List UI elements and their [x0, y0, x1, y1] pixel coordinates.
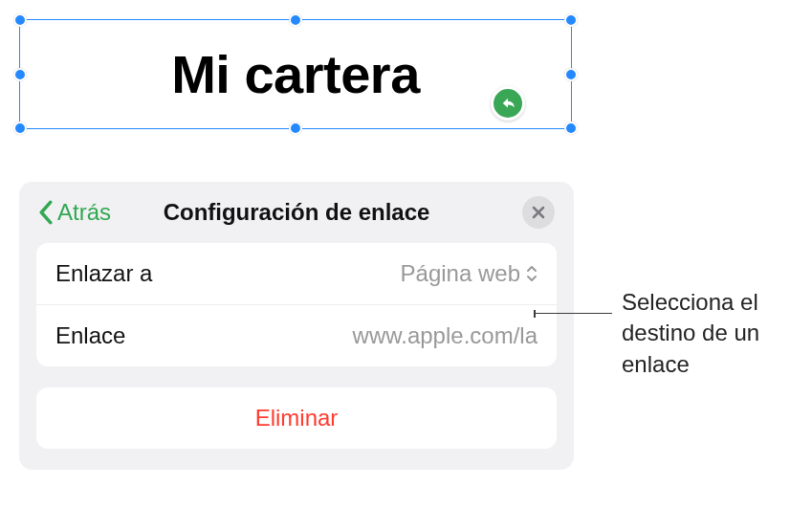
text-content: Mi cartera	[171, 43, 420, 105]
resize-handle-bottom-right[interactable]	[564, 122, 578, 135]
close-button[interactable]	[522, 196, 555, 229]
callout-annotation: Selecciona el destino de un enlace	[622, 287, 803, 380]
link-to-row[interactable]: Enlazar a Página web	[36, 243, 557, 305]
popover-header: Atrás Configuración de enlace	[36, 199, 557, 226]
selected-text-box[interactable]: Mi cartera	[19, 19, 572, 129]
resize-handle-bottom-left[interactable]	[13, 122, 27, 135]
delete-button-label: Eliminar	[255, 405, 339, 431]
link-to-value: Página web	[401, 260, 520, 287]
resize-handle-top-middle[interactable]	[289, 13, 302, 27]
resize-handle-middle-right[interactable]	[564, 68, 578, 81]
link-url-value[interactable]: www.apple.com/la	[353, 322, 538, 349]
link-indicator-icon[interactable]	[491, 86, 525, 121]
callout-text: Selecciona el destino de un enlace	[622, 287, 803, 380]
resize-handle-bottom-middle[interactable]	[289, 122, 302, 135]
callout-leader-line	[536, 313, 612, 314]
link-url-row[interactable]: Enlace www.apple.com/la	[36, 305, 557, 366]
resize-handle-top-right[interactable]	[564, 13, 578, 27]
popover-title: Configuración de enlace	[36, 199, 557, 226]
link-to-select[interactable]: Página web	[401, 260, 538, 287]
delete-button[interactable]: Eliminar	[36, 387, 557, 449]
link-settings-popover: Atrás Configuración de enlace Enlazar a …	[19, 182, 574, 470]
chevron-up-down-icon	[526, 264, 538, 283]
resize-handle-middle-left[interactable]	[13, 68, 27, 81]
canvas-area: Mi cartera	[0, 0, 593, 148]
link-url-label: Enlace	[55, 322, 125, 349]
link-settings-card: Enlazar a Página web Enlace www.apple.co…	[36, 243, 557, 366]
resize-handle-top-left[interactable]	[13, 13, 27, 27]
back-button-label: Atrás	[57, 199, 111, 226]
back-button[interactable]: Atrás	[38, 199, 111, 226]
link-to-label: Enlazar a	[55, 260, 152, 287]
